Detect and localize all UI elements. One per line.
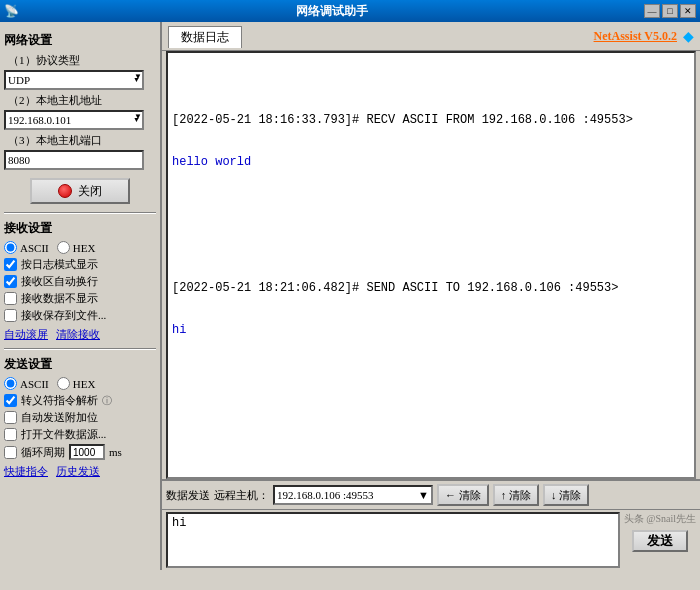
log-area[interactable]: [2022-05-21 18:16:33.793]# RECV ASCII FR… xyxy=(166,51,696,479)
no-display-checkbox[interactable]: 接收数据不显示 xyxy=(4,291,156,306)
loop-checkbox[interactable] xyxy=(4,446,17,459)
history-send-link[interactable]: 历史发送 xyxy=(56,464,100,479)
log-entry-2: [2022-05-21 18:21:06.482]# SEND ASCII TO… xyxy=(172,253,690,365)
watermark-text: 头条 @Snail先生 xyxy=(624,512,696,526)
close-button[interactable]: ✕ xyxy=(680,4,696,18)
app-title: 网络调试助手 xyxy=(19,3,644,20)
brand-label: NetAssist V5.0.2 xyxy=(594,29,677,44)
clear-bottom-button[interactable]: ↓ 清除 xyxy=(543,484,589,506)
send-section-title: 发送设置 xyxy=(4,356,156,373)
loop-period-row: 循环周期 ms xyxy=(4,444,156,460)
left-panel: 网络设置 （1）协议类型 UDP ▼ （2）本地主机地址 192.168.0.1… xyxy=(0,22,162,570)
log-entry-1: [2022-05-21 18:16:33.793]# RECV ASCII FR… xyxy=(172,85,690,197)
receive-hex-radio[interactable]: HEX xyxy=(57,241,96,254)
network-section-title: 网络设置 xyxy=(4,32,156,49)
log-entry-2-data: hi xyxy=(172,323,690,337)
quick-cmd-link[interactable]: 快捷指令 xyxy=(4,464,48,479)
auto-append-checkbox[interactable]: 自动发送附加位 xyxy=(4,410,156,425)
red-dot-icon xyxy=(58,184,72,198)
log-entry-2-header: [2022-05-21 18:21:06.482]# SEND ASCII TO… xyxy=(172,281,690,295)
protocol-select-wrapper: UDP ▼ xyxy=(4,70,144,90)
right-panel: 数据日志 NetAssist V5.0.2 ◆ [2022-05-21 18:1… xyxy=(162,22,700,570)
clear-receive-link[interactable]: 清除接收 xyxy=(56,327,100,342)
title-bar-controls: — □ ✕ xyxy=(644,4,696,18)
divider-1 xyxy=(4,212,156,214)
log-mode-checkbox[interactable]: 按日志模式显示 xyxy=(4,257,156,272)
log-header: 数据日志 NetAssist V5.0.2 ◆ xyxy=(162,22,700,51)
escape-cmd-checkbox[interactable]: 转义符指令解析 ⓘ xyxy=(4,393,156,408)
loop-period-input[interactable] xyxy=(69,444,105,460)
receive-section-title: 接收设置 xyxy=(4,220,156,237)
bottom-area: 数据发送 远程主机： 192.168.0.106 :49553 ▼ ← 清除 ↑… xyxy=(162,479,700,570)
log-entry-1-header: [2022-05-21 18:16:33.793]# RECV ASCII FR… xyxy=(172,113,690,127)
clear-log-button[interactable]: ↑ 清除 xyxy=(493,484,539,506)
title-bar: 📡 网络调试助手 — □ ✕ xyxy=(0,0,700,22)
protocol-select[interactable]: UDP ▼ xyxy=(4,70,144,90)
send-toolbar: 数据发送 远程主机： 192.168.0.106 :49553 ▼ ← 清除 ↑… xyxy=(162,481,700,510)
remote-dropdown-arrow: ▼ xyxy=(418,489,429,501)
save-file-checkbox[interactable]: 接收保存到文件... xyxy=(4,308,156,323)
title-bar-left: 📡 xyxy=(4,4,19,19)
port-label: （3）本地主机端口 xyxy=(8,133,156,148)
send-format-group: ASCII HEX xyxy=(4,377,156,390)
main-container: 网络设置 （1）协议类型 UDP ▼ （2）本地主机地址 192.168.0.1… xyxy=(0,22,700,570)
receive-format-group: ASCII HEX xyxy=(4,241,156,254)
close-connection-button[interactable]: 关闭 xyxy=(30,178,130,204)
send-data-label: 数据发送 xyxy=(166,488,210,503)
auto-newline-checkbox[interactable]: 接收区自动换行 xyxy=(4,274,156,289)
remote-host-label: 远程主机： xyxy=(214,488,269,503)
ip-select[interactable]: 192.168.0.101 ▼ xyxy=(4,110,144,130)
ip-dropdown-arrow: ▼ xyxy=(133,116,140,124)
receive-ascii-radio[interactable]: ASCII xyxy=(4,241,49,254)
maximize-button[interactable]: □ xyxy=(662,4,678,18)
protocol-dropdown-arrow: ▼ xyxy=(133,76,140,84)
auto-scroll-link[interactable]: 自动滚屏 xyxy=(4,327,48,342)
open-file-checkbox[interactable]: 打开文件数据源... xyxy=(4,427,156,442)
protocol-label: （1）协议类型 xyxy=(8,53,156,68)
send-input-area: hi 头条 @Snail先生 发送 xyxy=(162,510,700,570)
send-textarea[interactable]: hi xyxy=(166,512,620,568)
diamond-icon: ◆ xyxy=(683,28,694,45)
port-input[interactable] xyxy=(4,150,144,170)
minimize-button[interactable]: — xyxy=(644,4,660,18)
send-button[interactable]: 发送 xyxy=(632,530,688,552)
send-right-col: 头条 @Snail先生 发送 xyxy=(624,512,696,568)
app-icon: 📡 xyxy=(4,4,19,19)
log-tab[interactable]: 数据日志 xyxy=(168,26,242,48)
receive-links: 自动滚屏 清除接收 xyxy=(4,327,156,342)
send-hex-radio[interactable]: HEX xyxy=(57,377,96,390)
clear-send-button[interactable]: ← 清除 xyxy=(437,484,489,506)
send-links: 快捷指令 历史发送 xyxy=(4,464,156,479)
ip-select-wrapper: 192.168.0.101 ▼ xyxy=(4,110,144,130)
log-entry-1-data: hello world xyxy=(172,155,690,169)
remote-host-select[interactable]: 192.168.0.106 :49553 ▼ xyxy=(273,485,433,505)
ip-label: （2）本地主机地址 xyxy=(8,93,156,108)
divider-2 xyxy=(4,348,156,350)
send-ascii-radio[interactable]: ASCII xyxy=(4,377,49,390)
